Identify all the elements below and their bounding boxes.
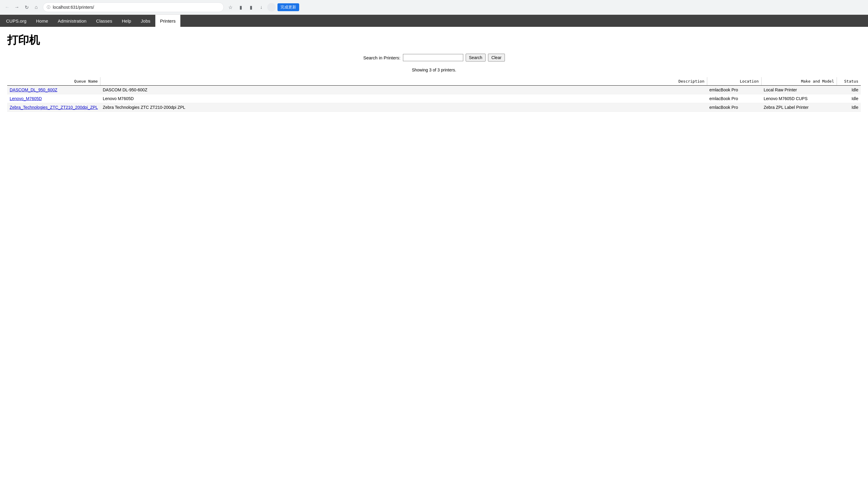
address-bar[interactable]: ⓘ [43, 2, 224, 12]
printer-location: emlacBook Pro [707, 86, 761, 94]
nav-item-home[interactable]: Home [31, 15, 53, 27]
header-status: Status [837, 77, 861, 86]
printer-make-model: Lenovo M7605D CUPS [761, 94, 837, 103]
printer-description: Lenovo M7605D [100, 94, 707, 103]
showing-text: Showing 3 of 3 printers. [7, 68, 861, 72]
main-content: 打印机 Search in Printers: Search Clear Sho… [0, 27, 868, 118]
printer-description: DASCOM DL-950-600Z [100, 86, 707, 94]
url-input[interactable] [53, 5, 220, 10]
header-make-and-model: Make and Model [761, 77, 837, 86]
back-button[interactable]: ← [3, 3, 11, 11]
printer-description: Zebra Technologies ZTC ZT210-200dpi ZPL [100, 103, 707, 112]
home-button[interactable]: ⌂ [32, 3, 40, 11]
printer-status: Idle [837, 103, 861, 112]
table-row: Zebra_Technologies_ZTC_ZT210_200dpi_ZPLZ… [7, 103, 861, 112]
table-row: DASCOM_DL_950_600ZDASCOM DL-950-600Zemla… [7, 86, 861, 94]
cups-navigation: CUPS.org Home Administration Classes Hel… [0, 15, 868, 27]
nav-item-administration[interactable]: Administration [53, 15, 91, 27]
forward-button[interactable]: → [13, 3, 21, 11]
table-row: Lenovo_M7605DLenovo M7605DemlacBook ProL… [7, 94, 861, 103]
shield-button[interactable]: ▮ [237, 3, 245, 11]
extensions-button[interactable]: ▮ [247, 3, 255, 11]
download-button[interactable]: ↓ [257, 3, 266, 11]
clear-button[interactable]: Clear [488, 54, 504, 62]
bookmark-button[interactable]: ☆ [226, 3, 235, 11]
printer-location: emlacBook Pro [707, 103, 761, 112]
search-input[interactable] [403, 54, 463, 61]
printer-status: Idle [837, 86, 861, 94]
printer-make-model: Zebra ZPL Label Printer [761, 103, 837, 112]
printer-link[interactable]: Lenovo_M7605D [10, 96, 42, 101]
lock-icon: ⓘ [47, 5, 50, 10]
page-title: 打印机 [7, 33, 861, 47]
browser-chrome: ← → ↻ ⌂ ⓘ ☆ ▮ ▮ ↓ 完成更新 [0, 0, 868, 15]
nav-buttons: ← → ↻ ⌂ [3, 3, 40, 11]
search-button[interactable]: Search [466, 54, 486, 62]
nav-item-printers[interactable]: Printers [155, 15, 181, 27]
search-form: Search in Printers: Search Clear [363, 54, 504, 62]
search-section: Search in Printers: Search Clear [7, 54, 861, 62]
printer-make-model: Local Raw Printer [761, 86, 837, 94]
update-button[interactable]: 完成更新 [277, 3, 299, 11]
browser-actions: ☆ ▮ ▮ ↓ 完成更新 [226, 3, 299, 11]
printer-location: emlacBook Pro [707, 94, 761, 103]
printer-link[interactable]: DASCOM_DL_950_600Z [10, 88, 57, 92]
printer-link[interactable]: Zebra_Technologies_ZTC_ZT210_200dpi_ZPL [10, 105, 98, 110]
reload-button[interactable]: ↻ [22, 3, 31, 11]
printers-table: Queue Name Description Location Make and… [7, 77, 861, 112]
search-label: Search in Printers: [363, 55, 400, 60]
nav-item-cups-org[interactable]: CUPS.org [1, 15, 31, 27]
nav-item-jobs[interactable]: Jobs [136, 15, 155, 27]
nav-item-classes[interactable]: Classes [91, 15, 117, 27]
profile-button[interactable] [267, 3, 276, 11]
printer-status: Idle [837, 94, 861, 103]
nav-item-help[interactable]: Help [117, 15, 136, 27]
header-queue-name: Queue Name [7, 77, 100, 86]
browser-toolbar: ← → ↻ ⌂ ⓘ ☆ ▮ ▮ ↓ 完成更新 [0, 0, 868, 14]
header-location: Location [707, 77, 761, 86]
header-description: Description [100, 77, 707, 86]
